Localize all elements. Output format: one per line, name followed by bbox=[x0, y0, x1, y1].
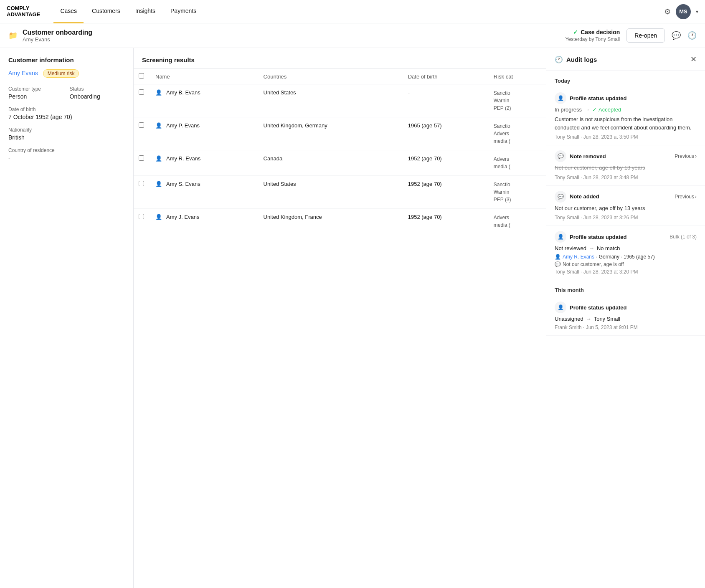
table-header-row: Name Countries Date of birth Risk cat bbox=[134, 69, 546, 84]
audit-event-title-5: Profile status updated bbox=[570, 304, 697, 311]
audit-meta-3: Tony Small · Jun 28, 2023 at 3:26 PM bbox=[555, 215, 697, 220]
row-dob: 1952 (age 70) bbox=[403, 176, 489, 209]
row-name: 👤 Amy P. Evans bbox=[150, 117, 259, 150]
audit-section-this-month: This month bbox=[546, 280, 705, 297]
audit-header: 🕐 Audit logs ✕ bbox=[546, 48, 705, 71]
row-dob: - bbox=[403, 84, 489, 117]
chevron-down-icon[interactable]: ▾ bbox=[696, 9, 698, 15]
subheader-right: ✓ Case decision Yesterday by Tony Small … bbox=[566, 28, 697, 43]
status-label: Status bbox=[70, 86, 125, 92]
nav-customers[interactable]: Customers bbox=[85, 0, 127, 23]
previous-link-2[interactable]: Previous › bbox=[675, 153, 697, 159]
customer-info-grid: Customer type Person Status Onboarding bbox=[8, 86, 125, 100]
row-checkbox[interactable] bbox=[139, 122, 144, 128]
comment-button[interactable]: 💬 bbox=[672, 31, 681, 40]
audit-event-note-removed: 💬 Note removed Previous › Not our custom… bbox=[546, 145, 705, 186]
nationality-label: Nationality bbox=[8, 127, 125, 133]
arrow-icon-1: → bbox=[584, 106, 590, 113]
customer-name-link[interactable]: Amy Evans bbox=[8, 70, 38, 76]
col-dob: Date of birth bbox=[403, 69, 489, 84]
audit-icon-note-added: 💬 bbox=[555, 191, 566, 203]
status-value: Onboarding bbox=[70, 93, 125, 100]
row-dob: 1965 (age 57) bbox=[403, 117, 489, 150]
history-button[interactable]: 🕐 bbox=[687, 31, 697, 40]
person-icon: 👤 bbox=[155, 122, 162, 129]
row-countries: United States bbox=[259, 84, 403, 117]
table-row: 👤 Amy S. Evans United States 1952 (age 7… bbox=[134, 176, 546, 209]
audit-comment-4: 💬 Not our customer, age is off bbox=[555, 261, 697, 267]
audit-event-profile-status-3: 👤 Profile status updated Unassigned → To… bbox=[546, 297, 705, 336]
row-dob: 1952 (age 70) bbox=[403, 150, 489, 176]
screening-title: Screening results bbox=[134, 48, 546, 69]
audit-icon-note-removed: 💬 bbox=[555, 150, 566, 162]
subheader: 📁 Customer onboarding Amy Evans ✓ Case d… bbox=[0, 23, 705, 48]
comment-icon: 💬 bbox=[555, 261, 561, 267]
history-circle-icon: 🕐 bbox=[555, 56, 563, 63]
audit-close-button[interactable]: ✕ bbox=[690, 55, 697, 64]
row-risk: SanctioWarninPEP (2) bbox=[489, 84, 546, 117]
audit-event-profile-status-1: 👤 Profile status updated In progress → ✓… bbox=[546, 87, 705, 145]
row-checkbox[interactable] bbox=[139, 181, 144, 186]
status-from-5: Unassigned bbox=[555, 316, 583, 322]
logo-line2: ADVANTAGE bbox=[7, 12, 40, 18]
audit-icon-person-3: 👤 bbox=[555, 302, 566, 313]
select-all-header bbox=[134, 69, 150, 84]
logo: COMPLY ADVANTAGE bbox=[7, 5, 40, 18]
row-risk: SanctioWarninPEP (3) bbox=[489, 176, 546, 209]
check-icon: ✓ bbox=[573, 29, 578, 35]
row-countries: United Kingdom, Germany bbox=[259, 117, 403, 150]
row-countries: United States bbox=[259, 176, 403, 209]
row-checkbox[interactable] bbox=[139, 89, 144, 95]
row-checkbox[interactable] bbox=[139, 155, 144, 161]
audit-event-title-1: Profile status updated bbox=[570, 95, 697, 101]
nav-items: Cases Customers Insights Payments bbox=[53, 0, 664, 23]
customer-name-row: Amy Evans Medium risk bbox=[8, 69, 125, 78]
audit-note-3: Not our customer, age off by 13 years bbox=[555, 204, 697, 213]
nav-insights[interactable]: Insights bbox=[129, 0, 162, 23]
select-all-checkbox[interactable] bbox=[139, 73, 144, 79]
audit-meta-5: Frank Smith · Jun 5, 2023 at 9:01 PM bbox=[555, 324, 697, 330]
audit-event-profile-status-bulk: 👤 Profile status updated Bulk (1 of 3) N… bbox=[546, 226, 705, 280]
table-row: 👤 Amy R. Evans Canada 1952 (age 70) Adve… bbox=[134, 150, 546, 176]
audit-icon-bulk: 👤 bbox=[555, 231, 566, 243]
case-decision-sub: Yesterday by Tony Small bbox=[566, 36, 620, 42]
row-name: 👤 Amy R. Evans bbox=[150, 150, 259, 176]
person-icon: 👤 bbox=[155, 181, 162, 187]
folder-icon: 📁 bbox=[8, 31, 18, 40]
row-checkbox[interactable] bbox=[139, 214, 144, 219]
nationality-value: British bbox=[8, 134, 125, 141]
screening-table-wrap: Name Countries Date of birth Risk cat 👤 … bbox=[134, 69, 546, 234]
logo-line1: COMPLY bbox=[7, 5, 40, 11]
row-risk: Adversmedia ( bbox=[489, 150, 546, 176]
row-risk: Adversmedia ( bbox=[489, 209, 546, 234]
row-dob: 1952 (age 70) bbox=[403, 209, 489, 234]
row-name: 👤 Amy J. Evans bbox=[150, 209, 259, 234]
status-change-5: Unassigned → Tony Small bbox=[555, 316, 697, 322]
status-to-1: ✓ Accepted bbox=[592, 106, 621, 113]
user-avatar[interactable]: MS bbox=[676, 4, 691, 19]
previous-link-3[interactable]: Previous › bbox=[675, 194, 697, 200]
status-block: Status Onboarding bbox=[70, 86, 125, 100]
table-row: 👤 Amy B. Evans United States - SanctioWa… bbox=[134, 84, 546, 117]
settings-button[interactable]: ⚙ bbox=[664, 7, 671, 16]
audit-note-1: Customer is not suspicious from the inve… bbox=[555, 115, 697, 132]
country-block: Country of residence - bbox=[8, 147, 125, 161]
audit-title: Audit logs bbox=[566, 56, 687, 63]
col-countries: Countries bbox=[259, 69, 403, 84]
nav-right: ⚙ MS ▾ bbox=[664, 4, 698, 19]
row-name: 👤 Amy S. Evans bbox=[150, 176, 259, 209]
reopen-button[interactable]: Re-open bbox=[626, 28, 665, 43]
nav-payments[interactable]: Payments bbox=[164, 0, 203, 23]
audit-meta-4: Tony Small · Jun 28, 2023 at 3:20 PM bbox=[555, 269, 697, 275]
risk-badge: Medium risk bbox=[43, 69, 79, 78]
comment-text-4: Not our customer, age is off bbox=[563, 261, 624, 267]
dob-label: Date of birth bbox=[8, 106, 125, 112]
row-checkbox-cell bbox=[134, 176, 150, 209]
status-change-4: Not reviewed → No match bbox=[555, 245, 697, 251]
person-ref-link[interactable]: Amy R. Evans bbox=[563, 254, 594, 260]
customer-type-label: Customer type bbox=[8, 86, 64, 92]
row-name: 👤 Amy B. Evans bbox=[150, 84, 259, 117]
col-name: Name bbox=[150, 69, 259, 84]
country-value: - bbox=[8, 155, 125, 161]
nav-cases[interactable]: Cases bbox=[53, 0, 84, 23]
